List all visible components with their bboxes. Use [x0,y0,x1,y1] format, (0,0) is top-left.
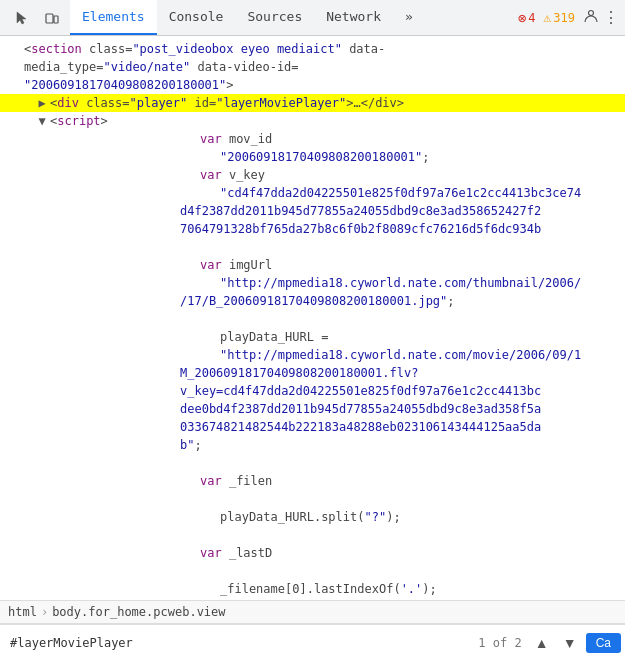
svg-rect-1 [54,16,58,23]
code-line: var v_key [0,166,625,184]
code-line: 7064791328bf765da27b8c6f0b2f8089cfc76216… [0,220,625,238]
device-toggle-icon[interactable] [38,4,66,32]
code-line: var _lastD [0,544,625,562]
code-line [0,454,625,472]
code-line: media_type="video/nate" data-video-id= [0,58,625,76]
collapse-arrow[interactable]: ▼ [36,112,48,130]
more-options-icon[interactable]: ⋮ [603,8,619,27]
code-line: playData_HURL.split("?"); [0,508,625,526]
code-line: M_200609181704098082001800​01.flv? [0,364,625,382]
code-line: "http://mpmedia18.cyworld.nate.com/thumb… [0,274,625,292]
breadcrumb-html[interactable]: html [8,605,37,619]
breadcrumb-bar: html › body.for_home.pcweb.view [0,600,625,624]
code-line: var mov_id [0,130,625,148]
code-area: <section class="post_videobox eyeo media… [0,36,625,600]
search-next-button[interactable]: ▼ [558,631,582,655]
warn-badge[interactable]: ⚠ 319 [543,10,575,25]
tab-network[interactable]: Network [314,0,393,35]
code-line: var _filen [0,472,625,490]
code-line [0,526,625,544]
tab-more[interactable]: » [393,0,425,35]
code-line: b"; [0,436,625,454]
code-line: /17/B_200609181704098082001800​01.jpg"; [0,292,625,310]
search-count: 1 of 2 [474,636,525,650]
warn-count: 319 [553,11,575,25]
code-line: v_key=cd4f47dda2d04225501e825f0df97a76e1… [0,382,625,400]
search-cancel-button[interactable]: Ca [586,633,621,653]
tab-sources[interactable]: Sources [235,0,314,35]
error-badge[interactable]: ⊗ 4 [518,10,536,26]
warn-icon: ⚠ [543,10,551,25]
code-line: "2006091817040980820018​0001"; [0,148,625,166]
profile-icon[interactable] [583,8,599,27]
code-line: var imgUrl [0,256,625,274]
toolbar-icons [4,0,70,35]
search-bar: 1 of 2 ▲ ▼ Ca [0,624,625,660]
search-input[interactable] [4,632,470,654]
code-line: "http://mpmedia18.cyworld.nate.com/movie… [0,346,625,364]
code-line [0,310,625,328]
code-line: d4f2387dd2011b945d77855a24055dbd9c8e3ad3… [0,202,625,220]
code-line: "2006091817040980820018​0001"> [0,76,625,94]
code-line: "cd4f47dda2d04225501e825f0df97a76e1c2cc4… [0,184,625,202]
code-line [0,562,625,580]
code-line: <section class="post_videobox eyeo media… [0,40,625,58]
svg-point-2 [589,11,594,16]
expand-arrow[interactable]: ▶ [36,94,48,112]
code-line: playData_HURL = [0,328,625,346]
code-line [0,490,625,508]
code-line: ▼ <script> [0,112,625,130]
code-line-highlighted[interactable]: ▶ <div class="player" id="layerMoviePlay… [0,94,625,112]
tab-elements[interactable]: Elements [70,0,157,35]
code-line [0,238,625,256]
code-line: dee0bd4f2387dd2011b945d77855a24055dbd9c8… [0,400,625,418]
tab-bar-right: ⊗ 4 ⚠ 319 ⋮ [518,0,625,35]
error-count: 4 [528,11,535,25]
error-icon: ⊗ [518,10,526,26]
code-line: _filename[0].lastIndexOf('.'); [0,580,625,598]
search-prev-button[interactable]: ▲ [530,631,554,655]
tab-bar: Elements Console Sources Network » ⊗ 4 ⚠… [0,0,625,36]
breadcrumb-body[interactable]: body.for_home.pcweb.view [52,605,225,619]
tab-console[interactable]: Console [157,0,236,35]
breadcrumb-sep: › [41,605,48,619]
cursor-icon[interactable] [8,4,36,32]
svg-rect-0 [46,14,53,23]
code-line: 033674821482544b222183a48288eb0231061434… [0,418,625,436]
